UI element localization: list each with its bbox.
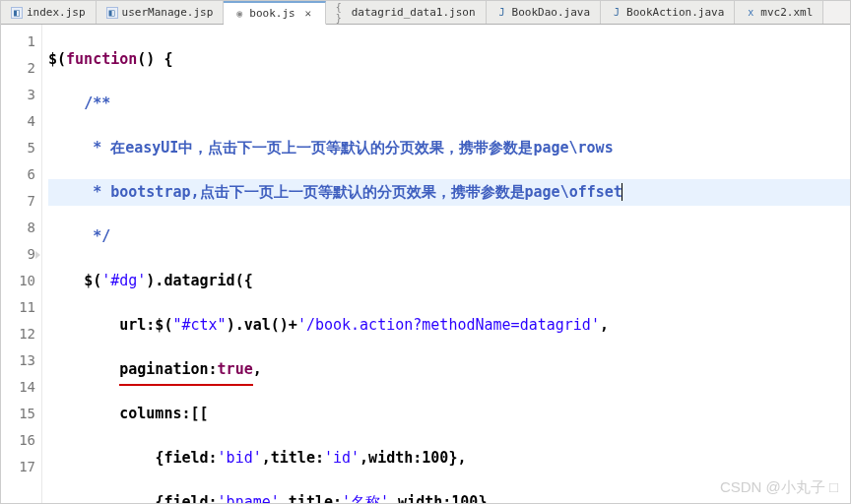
code-line: */ [48, 223, 850, 250]
tab-usermanage-jsp[interactable]: ◧ userManage.jsp [97, 1, 225, 24]
code-line: columns:[[ [48, 401, 850, 427]
code-line: $(function() { [48, 46, 850, 73]
line-number: 11 [1, 294, 35, 321]
code-editor[interactable]: 1 2 3 4 5 6 7 8 9 10 11 12 13 14 15 16 1… [1, 25, 850, 503]
line-number: 10 [1, 268, 35, 294]
watermark: CSDN @小丸子 □ [720, 478, 838, 497]
line-number: 7 [1, 188, 35, 215]
json-icon: { } [336, 7, 348, 19]
tab-index-jsp[interactable]: ◧ index.jsp [1, 1, 97, 24]
line-number: 1 [1, 29, 35, 55]
java-icon: J [611, 7, 622, 19]
line-number: 4 [1, 108, 35, 135]
jsp-icon: ◧ [11, 7, 23, 19]
tab-bookdao-java[interactable]: J BookDao.java [487, 1, 601, 24]
error-underline: pagination:true [119, 356, 252, 386]
tab-label: book.js [249, 7, 295, 20]
line-number: 17 [1, 454, 35, 480]
code-line: {field:'bid',title:'id',width:100}, [48, 445, 850, 472]
java-icon: J [496, 7, 508, 19]
editor-tab-bar: ◧ index.jsp ◧ userManage.jsp ◉ book.js ✕… [1, 1, 850, 25]
code-line-active: * bootstrap,点击下一页上一页等默认的分页效果，携带参数是page\o… [48, 179, 850, 206]
line-number: 2 [1, 55, 35, 82]
tab-label: datagrid_data1.json [352, 6, 476, 19]
code-line: $('#dg').datagrid({ [48, 268, 850, 294]
tab-label: mvc2.xml [760, 6, 813, 19]
code-area[interactable]: $(function() { /** * 在easyUI中，点击下一页上一页等默… [42, 25, 850, 503]
tab-mvc2-xml[interactable]: x mvc2.xml [735, 1, 823, 24]
line-number: 15 [1, 401, 35, 427]
text-caret [622, 183, 622, 201]
line-number: 13 [1, 347, 35, 374]
code-line: url:$("#ctx").val()+'/book.action?method… [48, 312, 850, 339]
code-line: pagination:true, [48, 356, 850, 383]
code-line: * 在easyUI中，点击下一页上一页等默认的分页效果，携带参数是page\ro… [48, 135, 850, 161]
tab-datagrid-json[interactable]: { } datagrid_data1.json [326, 1, 487, 24]
line-number: 5 [1, 135, 35, 161]
line-number: 12 [1, 321, 35, 347]
tab-label: index.jsp [27, 6, 86, 19]
jsp-icon: ◧ [106, 7, 118, 19]
tab-bookaction-java[interactable]: J BookAction.java [601, 1, 735, 24]
line-number: 9 [1, 241, 35, 268]
line-number-gutter: 1 2 3 4 5 6 7 8 9 10 11 12 13 14 15 16 1… [1, 25, 42, 503]
close-icon[interactable]: ✕ [301, 7, 315, 20]
tab-label: BookAction.java [626, 6, 724, 19]
line-number: 6 [1, 161, 35, 188]
line-number: 14 [1, 374, 35, 401]
line-number: 8 [1, 215, 35, 241]
tab-label: BookDao.java [512, 6, 590, 19]
tab-book-js[interactable]: ◉ book.js ✕ [224, 1, 325, 25]
code-line: /** [48, 91, 850, 117]
tab-label: userManage.jsp [122, 6, 214, 19]
line-number: 16 [1, 427, 35, 454]
line-number: 3 [1, 82, 35, 108]
js-icon: ◉ [233, 8, 245, 20]
xml-icon: x [745, 7, 756, 19]
